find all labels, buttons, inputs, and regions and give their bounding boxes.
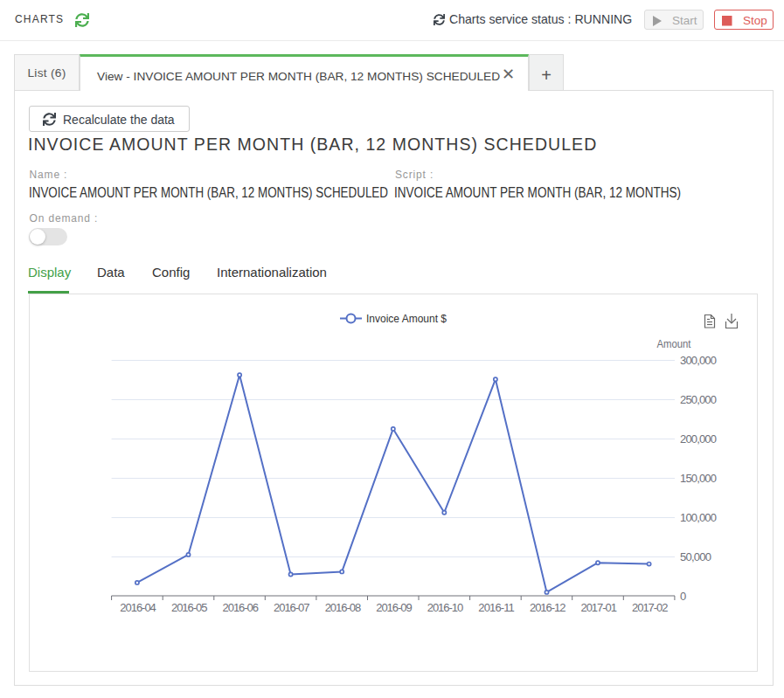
svg-text:2016-04: 2016-04 — [120, 601, 156, 614]
svg-text:100,000: 100,000 — [680, 511, 717, 524]
svg-text:2016-11: 2016-11 — [478, 601, 515, 614]
svg-text:2016-09: 2016-09 — [376, 601, 413, 614]
svg-text:2016-07: 2016-07 — [274, 601, 310, 614]
svg-text:Invoice Amount $: Invoice Amount $ — [366, 312, 448, 325]
svg-text:150,000: 150,000 — [680, 472, 717, 485]
svg-text:2017-01: 2017-01 — [580, 601, 617, 614]
svg-text:Amount: Amount — [657, 337, 691, 350]
svg-text:0: 0 — [680, 590, 686, 603]
svg-text:2016-06: 2016-06 — [223, 601, 260, 614]
svg-text:50,000: 50,000 — [680, 550, 711, 563]
svg-text:250,000: 250,000 — [680, 393, 717, 406]
svg-text:2016-08: 2016-08 — [325, 601, 362, 614]
svg-text:2016-12: 2016-12 — [530, 601, 566, 614]
svg-text:300,000: 300,000 — [680, 354, 717, 367]
svg-text:200,000: 200,000 — [680, 432, 717, 446]
svg-text:2017-02: 2017-02 — [632, 601, 669, 614]
svg-text:2016-10: 2016-10 — [427, 601, 464, 614]
svg-text:2016-05: 2016-05 — [171, 601, 208, 614]
